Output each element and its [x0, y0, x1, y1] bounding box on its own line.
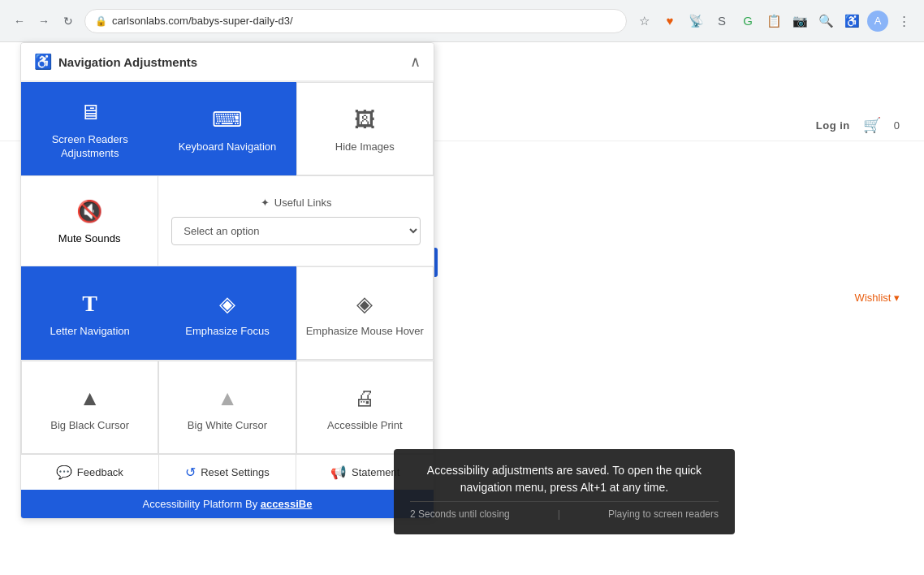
useful-links-header: ✦ Useful Links — [261, 197, 332, 209]
toast-separator: | — [558, 507, 560, 521]
emphasize-hover-label: Emphasize Mouse Hover — [306, 325, 424, 339]
statement-icon: 📢 — [330, 465, 347, 480]
accessible-print-cell[interactable]: 🖨 Accessible Print — [296, 361, 434, 454]
accessibility-panel: ♿ Navigation Adjustments ∧ 🖥 Screen Read… — [20, 42, 434, 519]
keyboard-nav-icon: ⌨ — [212, 107, 243, 132]
reset-settings-button[interactable]: ↺ Reset Settings — [159, 455, 297, 490]
panel-close-button[interactable]: ∧ — [410, 53, 421, 71]
cart-count: 0 — [894, 119, 900, 132]
statement-label: Statement — [352, 466, 399, 478]
big-black-cursor-cell[interactable]: ▲ Big Black Cursor — [21, 361, 158, 454]
panel-header: ♿ Navigation Adjustments ∧ — [21, 43, 434, 81]
letter-nav-label: Letter Navigation — [50, 325, 130, 339]
accessibility-bar-text: Accessibility Platform By — [143, 498, 261, 510]
ext2-button[interactable]: 📋 — [763, 11, 784, 32]
forward-button[interactable]: → — [34, 11, 54, 31]
accessibility-button[interactable]: ♿ — [841, 11, 862, 32]
useful-links-select[interactable]: Select an option — [171, 217, 421, 245]
profile-avatar[interactable]: A — [867, 11, 888, 32]
address-bar[interactable]: 🔒 carlsonlabs.com/babys-super-daily-d3/ — [84, 9, 627, 33]
useful-links-label: Useful Links — [274, 197, 332, 209]
panel-third-grid: ▲ Big Black Cursor ▲ Big White Cursor 🖨 … — [21, 360, 434, 454]
feedback-icon: 💬 — [56, 465, 72, 480]
search-button[interactable]: 🔍 — [815, 11, 836, 32]
feedback-label: Feedback — [77, 466, 123, 478]
big-black-cursor-label: Big Black Cursor — [50, 419, 129, 433]
login-link[interactable]: Log in — [816, 119, 850, 132]
refresh-button[interactable]: ↻ — [58, 11, 78, 31]
panel-header-left: ♿ Navigation Adjustments — [34, 53, 197, 71]
hide-images-icon: 🖼 — [354, 107, 375, 132]
screen-readers-icon: 🖥 — [80, 100, 101, 125]
mute-sounds-icon: 🔇 — [76, 199, 102, 224]
accessibility-logo-icon: ♿ — [34, 53, 52, 71]
useful-links-cell: ✦ Useful Links Select an option — [158, 176, 434, 266]
panel-top-grid: 🖥 Screen Readers Adjustments ⌨ Keyboard … — [21, 81, 434, 175]
middle-row: 🔇 Mute Sounds ✦ Useful Links Select an o… — [21, 175, 434, 266]
back-button[interactable]: ← — [10, 11, 29, 31]
toast-bottom: 2 Seconds until closing | Playing to scr… — [410, 501, 719, 521]
toast-status: Playing to screen readers — [608, 507, 719, 521]
reset-label: Reset Settings — [201, 466, 270, 478]
panel-second-grid: T Letter Navigation ◈ Emphasize Focus ◈ … — [21, 266, 434, 360]
keyboard-nav-cell[interactable]: ⌨ Keyboard Navigation — [158, 82, 296, 175]
panel-footer: 💬 Feedback ↺ Reset Settings 📢 Statement — [21, 454, 434, 490]
url-text: carlsonlabs.com/babys-super-daily-d3/ — [112, 15, 293, 27]
wishlist-link[interactable]: Wishlist ▾ — [855, 292, 900, 304]
panel-title: Navigation Adjustments — [58, 55, 197, 69]
emphasize-hover-cell[interactable]: ◈ Emphasize Mouse Hover — [296, 266, 434, 360]
big-white-cursor-label: Big White Cursor — [188, 419, 267, 433]
browser-actions: ☆ ♥ 📡 S G 📋 📷 🔍 ♿ A ⋮ — [633, 11, 914, 32]
screen-readers-label: Screen Readers Adjustments — [30, 133, 149, 161]
main-container: “arlson. inning Quality Since 1965 HERE … — [0, 42, 924, 575]
emphasize-focus-icon: ◈ — [219, 292, 235, 317]
accessibe-link[interactable]: accessiBe — [261, 498, 313, 510]
nav-right: Log in 🛒 0 — [816, 116, 900, 134]
accessible-print-label: Accessible Print — [327, 419, 402, 433]
emphasize-focus-cell[interactable]: ◈ Emphasize Focus — [158, 266, 296, 360]
big-white-cursor-cell[interactable]: ▲ Big White Cursor — [158, 361, 296, 454]
heart-button[interactable]: ♥ — [659, 11, 680, 32]
lock-icon: 🔒 — [95, 15, 107, 27]
big-black-cursor-icon: ▲ — [80, 386, 101, 411]
feedback-button[interactable]: 💬 Feedback — [21, 455, 159, 490]
letter-nav-icon: T — [82, 291, 97, 317]
toast-timer: 2 Seconds until closing — [410, 507, 510, 521]
accessible-print-icon: 🖨 — [354, 386, 375, 411]
letter-nav-cell[interactable]: T Letter Navigation — [21, 266, 158, 360]
hide-images-label: Hide Images — [335, 141, 395, 154]
browser-chrome: ← → ↻ 🔒 carlsonlabs.com/babys-super-dail… — [0, 0, 924, 42]
ext1-button[interactable]: G — [737, 11, 758, 32]
emphasize-hover-icon: ◈ — [356, 292, 373, 317]
menu-button[interactable]: ⋮ — [893, 11, 914, 32]
keyboard-nav-label: Keyboard Navigation — [179, 141, 277, 154]
reset-icon: ↺ — [185, 465, 196, 480]
useful-links-icon: ✦ — [261, 197, 270, 209]
emphasize-focus-label: Emphasize Focus — [185, 325, 269, 339]
browser-nav-buttons: ← → ↻ — [10, 11, 78, 31]
toast-message: Accessibility adjustments are saved. To … — [410, 462, 719, 496]
accessibility-toast: Accessibility adjustments are saved. To … — [394, 449, 735, 534]
big-white-cursor-icon: ▲ — [217, 386, 238, 411]
mute-sounds-label: Mute Sounds — [58, 232, 121, 246]
ext3-button[interactable]: 📷 — [789, 11, 810, 32]
mute-sounds-cell[interactable]: 🔇 Mute Sounds — [21, 176, 158, 266]
hide-images-cell[interactable]: 🖼 Hide Images — [296, 82, 434, 175]
cart-icon[interactable]: 🛒 — [863, 116, 881, 134]
rss-button[interactable]: 📡 — [685, 11, 706, 32]
accessibility-bar: Accessibility Platform By accessiBe — [21, 490, 434, 518]
star-button[interactable]: ☆ — [633, 11, 654, 32]
skype-button[interactable]: S — [711, 11, 732, 32]
screen-readers-cell[interactable]: 🖥 Screen Readers Adjustments — [21, 82, 158, 175]
